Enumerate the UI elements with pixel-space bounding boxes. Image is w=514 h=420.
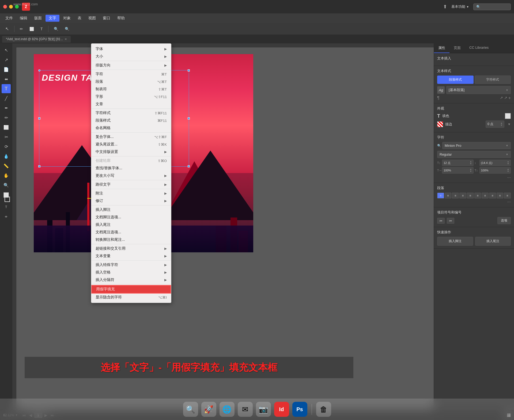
menu-item-glyph[interactable]: 字形 ⌥⇧F11 [91, 93, 171, 100]
tool-pen[interactable]: ✒ [2, 103, 11, 112]
tool-gap[interactable]: ⬌ [2, 74, 11, 84]
tool-text[interactable]: T [38, 26, 45, 32]
menu-item-track-changes[interactable]: 修订 ▶ [91, 197, 171, 205]
share-icon[interactable]: ⬆ [443, 4, 447, 10]
horiz-scale-input[interactable]: 100% ▲ ▼ [442, 167, 474, 174]
fill-color-swatch[interactable] [505, 113, 511, 119]
align-right-btn[interactable]: ≡ [452, 193, 459, 198]
dock-indesign[interactable]: Id [274, 402, 289, 417]
minimize-button[interactable] [9, 5, 13, 9]
align-left-btn[interactable]: ≡ [437, 193, 444, 198]
tool-rect[interactable]: ⬜ [2, 123, 11, 132]
menu-help[interactable]: 帮助 [114, 15, 128, 22]
dock-launchpad[interactable]: 🚀 [201, 402, 216, 417]
menu-table[interactable]: 表 [74, 15, 85, 22]
menu-item-duanluo[interactable]: 段落 ⌥⌘T [91, 78, 171, 85]
menu-item-charstyle[interactable]: 字符样式 ⇧⌘F11 [91, 109, 171, 117]
menu-text[interactable]: 文字 [46, 15, 59, 22]
menu-item-hyperlinks[interactable]: 超链接和交叉引用 ▶ [91, 245, 171, 252]
menu-window[interactable]: 窗口 [100, 15, 114, 22]
tool-page[interactable]: 📄 [2, 65, 11, 74]
stroke-color[interactable] [5, 197, 10, 202]
align-justify-full-btn[interactable]: ≡ [482, 193, 489, 198]
menu-item-insert-footnote[interactable]: 插入脚注 [91, 206, 171, 213]
menu-item-find-font[interactable]: 查找/替换字体... [91, 164, 171, 172]
menu-item-create-outline[interactable]: 创建轮廓 ⇧⌘O [91, 157, 171, 164]
tool-free-transform[interactable]: ⟳ [2, 142, 11, 151]
menu-file[interactable]: 文件 [2, 15, 16, 22]
tool-select[interactable]: ↖ [2, 46, 11, 55]
tool-shape[interactable]: ⬜ [27, 26, 36, 32]
number-list-btn[interactable]: ≔ [447, 218, 454, 224]
bullet-list-btn[interactable]: ≔ [437, 218, 445, 224]
menu-item-insert-break[interactable]: 插入分隔符 ▶ [91, 276, 171, 284]
tab-properties[interactable]: 属性 [434, 43, 449, 53]
tool-text-frame[interactable]: T [2, 84, 11, 93]
tab-cc-libraries[interactable]: CC Libraries [465, 43, 493, 53]
menu-item-notes[interactable]: 附注 ▶ [91, 190, 171, 197]
stroke-down-arrow[interactable]: ▼ [500, 124, 502, 126]
tool-preview-mode[interactable]: 👁 [2, 212, 11, 221]
stroke-value-input[interactable]: 0 点 ▲ ▼ [486, 121, 504, 128]
align-justify-center-btn[interactable]: ≡ [474, 193, 481, 198]
font-style-dropdown[interactable]: Regular ▼ [437, 151, 511, 158]
tool-normal-mode[interactable]: T [2, 202, 11, 212]
align-center-btn[interactable]: ≡ [445, 193, 452, 198]
align-japanese-3-btn[interactable]: ≡ [504, 193, 511, 198]
align-justify-btn[interactable]: ≡ [459, 193, 466, 198]
insert-endnote-btn[interactable]: 插入尾注 [475, 237, 511, 246]
vs-down-arrow[interactable]: ▼ [507, 170, 509, 172]
canvas-area[interactable]: DESIGN TALKS 选择「文字」-「用假字填充」填充文本框 [12, 43, 434, 410]
size-down-arrow[interactable]: ▼ [470, 163, 472, 165]
style-action-2[interactable]: ↗ [504, 96, 507, 100]
menu-item-article[interactable]: 文章 [91, 100, 171, 108]
leading-input[interactable]: (14.4 点) ▲ ▼ [479, 160, 511, 166]
document-tab[interactable]: *Add_text.indd @ 82% [GPU 预览] [转... ✕ [2, 36, 71, 43]
menu-item-endnote-options[interactable]: 文档尾注选项... [91, 228, 171, 236]
align-justify-right-btn[interactable]: ≡ [467, 193, 474, 198]
tool-pencil[interactable]: ✏ [2, 113, 11, 122]
tool-direct-select[interactable]: ↗ [2, 55, 11, 64]
menu-item-namedgrid[interactable]: 命名网格 [91, 124, 171, 132]
menu-item-zifurow[interactable]: 字符 ⌘T [91, 70, 171, 78]
workspace-dropdown[interactable]: 基本功能 ▼ [451, 4, 469, 9]
insert-footnote-btn[interactable]: 插入脚注 [437, 237, 473, 246]
align-japanese-2-btn[interactable]: ≡ [497, 193, 504, 198]
font-size-input[interactable]: 12 点 ▲ ▼ [442, 160, 474, 166]
menu-layout[interactable]: 版面 [31, 15, 45, 22]
dock-trash[interactable]: 🗑 [316, 402, 331, 417]
list-options-btn[interactable]: 选项 [497, 217, 511, 224]
leading-down-arrow[interactable]: ▼ [507, 163, 509, 165]
dock-photoshop[interactable]: Ps [292, 402, 307, 417]
menu-item-show-hidden[interactable]: 显示隐含的字符 ⌥⌘I [91, 294, 171, 301]
tool-zoom-in[interactable]: 🔍 [63, 26, 71, 32]
tab-pages[interactable]: 页面 [449, 43, 465, 53]
align-japanese-1-btn[interactable]: ≡ [489, 193, 496, 198]
tab-close[interactable]: ✕ [65, 38, 67, 41]
menu-item-insert-special[interactable]: 插入特殊字符 ▶ [91, 261, 171, 269]
dock-photos[interactable]: 📷 [256, 402, 271, 417]
menu-item-composite-font[interactable]: 复合字体... ⌥⇧⌘F [91, 133, 171, 141]
hs-down-arrow[interactable]: ▼ [470, 170, 472, 172]
menu-item-insert-space[interactable]: 插入空格 ▶ [91, 269, 171, 276]
dock-mail[interactable]: ✉ [238, 402, 253, 417]
search-input[interactable]: 🔍 [473, 3, 511, 10]
tool-zoom-out[interactable]: 🔍 [52, 26, 61, 32]
menu-item-text-vars[interactable]: 文本变量 ▶ [91, 252, 171, 260]
para-style-dropdown[interactable]: [基本段落] ▼ [446, 86, 511, 94]
menu-item-path-text[interactable]: 路径文字 ▶ [91, 181, 171, 188]
menu-edit[interactable]: 编辑 [17, 15, 31, 22]
menu-item-tabstop[interactable]: 制表符 ⇧⌘T [91, 85, 171, 93]
menu-view[interactable]: 视图 [85, 15, 99, 22]
para-more-options[interactable]: ··· [437, 200, 511, 204]
menu-item-size[interactable]: 大小 ▶ [91, 53, 171, 60]
style-action-1[interactable]: ↗ [500, 96, 503, 100]
menu-item-footnote-options[interactable]: 文档脚注选项... [91, 213, 171, 221]
menu-item-font[interactable]: 字体 ▶ [91, 45, 171, 53]
dock-safari[interactable]: 🌐 [220, 402, 235, 417]
font-name-dropdown[interactable]: Minion Pro ▼ [442, 142, 511, 149]
para-style-button[interactable]: 段落样式 [437, 76, 474, 84]
tool-measure[interactable]: 📏 [2, 161, 11, 170]
tool-line[interactable]: ╱ [2, 94, 11, 103]
menu-item-kinsoku[interactable]: 避头尾设置... ⇧⌘K [91, 141, 171, 148]
